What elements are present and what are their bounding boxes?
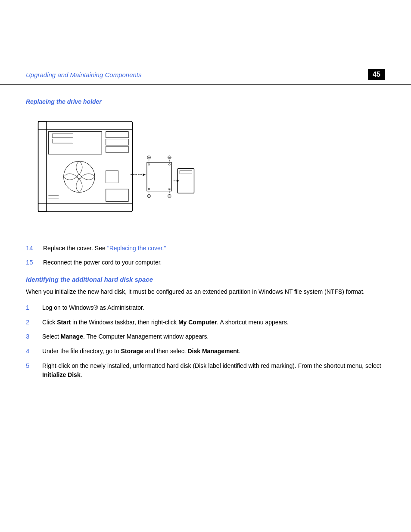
- svg-rect-16: [106, 171, 118, 183]
- num-step-4: 4 Under the file directory, go to Storag…: [26, 347, 385, 356]
- step-14-text: Replace the cover. See "Replacing the co…: [43, 244, 166, 253]
- page: Upgrading and Maintaining Components 45 …: [0, 0, 411, 532]
- svg-rect-6: [106, 132, 128, 138]
- steps-14-15: 14 Replace the cover. See "Replacing the…: [0, 244, 411, 267]
- num-step-2-text: Click Start in the Windows taskbar, then…: [42, 318, 289, 327]
- svg-point-20: [148, 164, 150, 165]
- chapter-title: Upgrading and Maintaining Components: [26, 71, 142, 78]
- svg-marker-18: [143, 174, 146, 176]
- svg-rect-7: [106, 139, 128, 145]
- svg-marker-39: [177, 180, 179, 182]
- illustration-area: [0, 110, 411, 231]
- num-step-4-number: 4: [26, 347, 38, 355]
- num-step-3-number: 3: [26, 333, 38, 340]
- svg-rect-19: [147, 162, 171, 191]
- num-step-5: 5 Right-click on the newly installed, un…: [26, 361, 385, 380]
- svg-point-21: [168, 164, 170, 165]
- num-step-1: 1 Log on to Windows® as Administrator.: [26, 303, 385, 313]
- num-step-2: 2 Click Start in the Windows taskbar, th…: [26, 318, 385, 327]
- replace-cover-link[interactable]: "Replacing the cover.": [107, 245, 166, 252]
- num-step-5-number: 5: [26, 362, 38, 369]
- svg-rect-37: [180, 171, 192, 174]
- step-15: 15 Reconnect the power cord to your comp…: [26, 258, 385, 267]
- step-14-number: 14: [26, 244, 39, 252]
- section1-heading: Replacing the drive holder: [0, 98, 411, 105]
- svg-point-4: [64, 161, 95, 192]
- svg-point-5: [77, 175, 81, 179]
- svg-rect-36: [177, 168, 194, 193]
- step-15-number: 15: [26, 258, 39, 266]
- num-step-3-text: Select Manage. The Computer Management w…: [42, 332, 209, 342]
- page-number: 45: [368, 69, 385, 80]
- step-15-text: Reconnect the power cord to your compute…: [43, 258, 162, 267]
- num-step-1-text: Log on to Windows® as Administrator.: [42, 303, 144, 313]
- svg-rect-10: [53, 134, 73, 138]
- svg-rect-11: [53, 139, 73, 143]
- numbered-steps: 1 Log on to Windows® as Administrator. 2…: [0, 303, 411, 380]
- num-step-2-number: 2: [26, 318, 38, 326]
- drive-holder-illustration: [26, 110, 198, 231]
- num-step-3: 3 Select Manage. The Computer Management…: [26, 332, 385, 342]
- step-14: 14 Replace the cover. See "Replacing the…: [26, 244, 385, 253]
- num-step-1-number: 1: [26, 304, 38, 311]
- svg-rect-8: [106, 146, 128, 152]
- svg-rect-9: [48, 132, 102, 154]
- page-header: Upgrading and Maintaining Components 45: [0, 0, 411, 85]
- num-step-4-text: Under the file directory, go to Storage …: [42, 347, 240, 356]
- svg-rect-15: [106, 189, 128, 202]
- section2-intro: When you initialize the new hard disk, i…: [0, 287, 411, 296]
- section2-heading: Identifying the additional hard disk spa…: [0, 276, 411, 283]
- num-step-5-text: Right-click on the newly installed, unfo…: [42, 361, 385, 380]
- svg-rect-3: [38, 121, 47, 212]
